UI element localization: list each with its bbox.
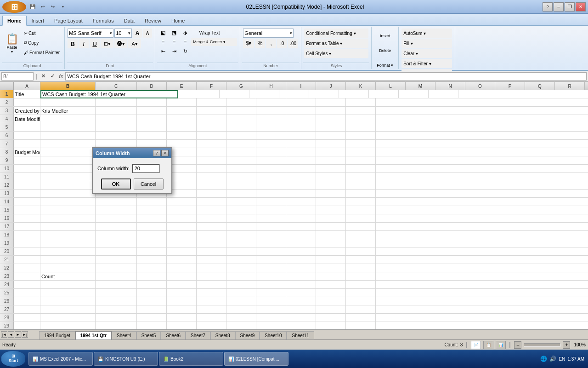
dialog-title: Column Width xyxy=(96,150,130,156)
dialog-buttons: OK Cancel xyxy=(97,178,167,190)
column-width-label: Column width: xyxy=(97,166,130,171)
dialog-cancel-btn[interactable]: Cancel xyxy=(134,178,164,190)
dialog-body: Column width: OK Cancel xyxy=(93,158,171,193)
column-width-field: Column width: xyxy=(97,164,167,173)
dialog-ok-btn[interactable]: OK xyxy=(101,178,131,190)
column-width-dialog: Column Width ? ✕ Column width: OK Cancel xyxy=(92,147,172,194)
column-width-input[interactable] xyxy=(132,164,160,173)
dialog-titlebar: Column Width ? ✕ xyxy=(93,148,171,158)
dialog-help-btn[interactable]: ? xyxy=(153,150,160,156)
dialog-overlay: Column Width ? ✕ Column width: OK Cancel xyxy=(0,0,588,368)
dialog-close-btn[interactable]: ✕ xyxy=(161,150,169,156)
